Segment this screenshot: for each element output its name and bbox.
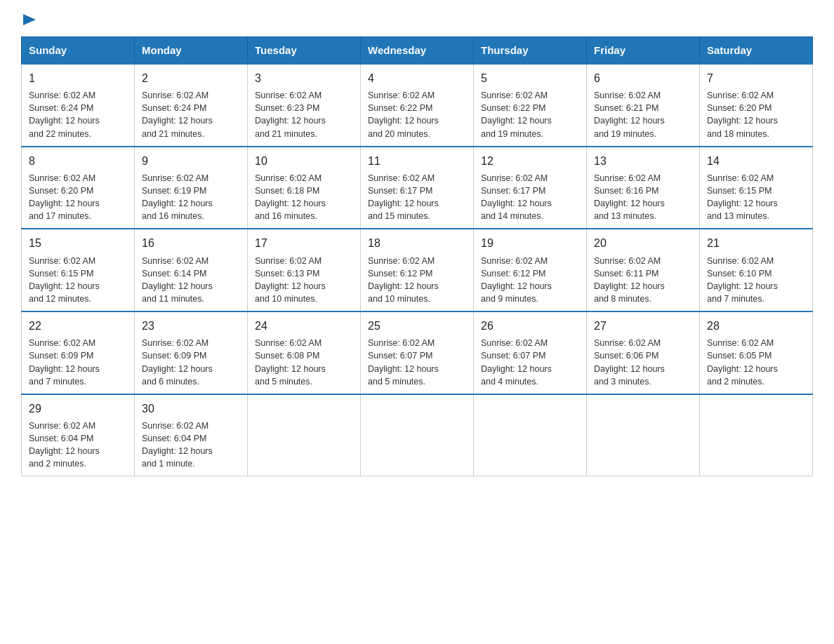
week-row-2: 8 Sunrise: 6:02 AMSunset: 6:20 PMDayligh…: [22, 147, 813, 229]
day-cell: 7 Sunrise: 6:02 AMSunset: 6:20 PMDayligh…: [700, 64, 813, 147]
day-number: 17: [255, 235, 353, 251]
day-info: Sunrise: 6:02 AMSunset: 6:15 PMDaylight:…: [707, 172, 805, 223]
day-number: 15: [29, 235, 127, 251]
logo: [21, 14, 36, 29]
day-number: 7: [707, 70, 805, 86]
day-info: Sunrise: 6:02 AMSunset: 6:09 PMDaylight:…: [142, 337, 240, 388]
day-number: 2: [142, 70, 240, 86]
day-number: 4: [368, 70, 466, 86]
day-info: Sunrise: 6:02 AMSunset: 6:19 PMDaylight:…: [142, 172, 240, 223]
day-info: Sunrise: 6:02 AMSunset: 6:16 PMDaylight:…: [594, 172, 692, 223]
day-number: 13: [594, 153, 692, 169]
day-number: 21: [707, 235, 805, 251]
day-cell: [361, 394, 474, 476]
week-row-5: 29 Sunrise: 6:02 AMSunset: 6:04 PMDaylig…: [22, 394, 813, 476]
day-number: 3: [255, 70, 353, 86]
day-info: Sunrise: 6:02 AMSunset: 6:17 PMDaylight:…: [368, 172, 466, 223]
header-tuesday: Tuesday: [248, 37, 361, 65]
day-cell: 21 Sunrise: 6:02 AMSunset: 6:10 PMDaylig…: [700, 229, 813, 311]
day-number: 18: [368, 235, 466, 251]
week-row-4: 22 Sunrise: 6:02 AMSunset: 6:09 PMDaylig…: [22, 311, 813, 394]
day-cell: 18 Sunrise: 6:02 AMSunset: 6:12 PMDaylig…: [361, 229, 474, 311]
day-number: 16: [142, 235, 240, 251]
day-number: 20: [594, 235, 692, 251]
day-info: Sunrise: 6:02 AMSunset: 6:05 PMDaylight:…: [707, 337, 805, 388]
day-info: Sunrise: 6:02 AMSunset: 6:23 PMDaylight:…: [255, 89, 353, 140]
day-info: Sunrise: 6:02 AMSunset: 6:15 PMDaylight:…: [29, 255, 127, 306]
day-info: Sunrise: 6:02 AMSunset: 6:22 PMDaylight:…: [368, 89, 466, 140]
day-number: 24: [255, 318, 353, 334]
day-info: Sunrise: 6:02 AMSunset: 6:04 PMDaylight:…: [142, 420, 240, 471]
day-info: Sunrise: 6:02 AMSunset: 6:21 PMDaylight:…: [594, 89, 692, 140]
day-cell: 27 Sunrise: 6:02 AMSunset: 6:06 PMDaylig…: [587, 311, 700, 394]
day-cell: [587, 394, 700, 476]
day-number: 8: [29, 153, 127, 169]
day-info: Sunrise: 6:02 AMSunset: 6:20 PMDaylight:…: [29, 172, 127, 223]
day-cell: 4 Sunrise: 6:02 AMSunset: 6:22 PMDayligh…: [361, 64, 474, 147]
day-cell: 26 Sunrise: 6:02 AMSunset: 6:07 PMDaylig…: [474, 311, 587, 394]
week-row-3: 15 Sunrise: 6:02 AMSunset: 6:15 PMDaylig…: [22, 229, 813, 311]
day-cell: 5 Sunrise: 6:02 AMSunset: 6:22 PMDayligh…: [474, 64, 587, 147]
day-cell: 6 Sunrise: 6:02 AMSunset: 6:21 PMDayligh…: [587, 64, 700, 147]
day-cell: 29 Sunrise: 6:02 AMSunset: 6:04 PMDaylig…: [22, 394, 135, 476]
day-number: 14: [707, 153, 805, 169]
day-number: 11: [368, 153, 466, 169]
header-friday: Friday: [587, 37, 700, 65]
day-number: 25: [368, 318, 466, 334]
day-cell: 16 Sunrise: 6:02 AMSunset: 6:14 PMDaylig…: [135, 229, 248, 311]
day-cell: 25 Sunrise: 6:02 AMSunset: 6:07 PMDaylig…: [361, 311, 474, 394]
header-wednesday: Wednesday: [361, 37, 474, 65]
day-cell: 19 Sunrise: 6:02 AMSunset: 6:12 PMDaylig…: [474, 229, 587, 311]
day-number: 22: [29, 318, 127, 334]
day-cell: 3 Sunrise: 6:02 AMSunset: 6:23 PMDayligh…: [248, 64, 361, 147]
day-cell: 23 Sunrise: 6:02 AMSunset: 6:09 PMDaylig…: [135, 311, 248, 394]
svg-marker-0: [23, 14, 36, 25]
day-info: Sunrise: 6:02 AMSunset: 6:20 PMDaylight:…: [707, 89, 805, 140]
day-cell: 9 Sunrise: 6:02 AMSunset: 6:19 PMDayligh…: [135, 147, 248, 229]
day-info: Sunrise: 6:02 AMSunset: 6:08 PMDaylight:…: [255, 337, 353, 388]
day-cell: 22 Sunrise: 6:02 AMSunset: 6:09 PMDaylig…: [22, 311, 135, 394]
day-cell: [474, 394, 587, 476]
day-info: Sunrise: 6:02 AMSunset: 6:17 PMDaylight:…: [481, 172, 579, 223]
header-sunday: Sunday: [22, 37, 135, 65]
day-number: 9: [142, 153, 240, 169]
day-number: 26: [481, 318, 579, 334]
day-cell: 1 Sunrise: 6:02 AMSunset: 6:24 PMDayligh…: [22, 64, 135, 147]
day-cell: 10 Sunrise: 6:02 AMSunset: 6:18 PMDaylig…: [248, 147, 361, 229]
day-cell: 28 Sunrise: 6:02 AMSunset: 6:05 PMDaylig…: [700, 311, 813, 394]
day-info: Sunrise: 6:02 AMSunset: 6:07 PMDaylight:…: [368, 337, 466, 388]
day-cell: [248, 394, 361, 476]
day-number: 1: [29, 70, 127, 86]
day-number: 19: [481, 235, 579, 251]
day-number: 5: [481, 70, 579, 86]
day-cell: 13 Sunrise: 6:02 AMSunset: 6:16 PMDaylig…: [587, 147, 700, 229]
day-info: Sunrise: 6:02 AMSunset: 6:13 PMDaylight:…: [255, 255, 353, 306]
day-cell: 24 Sunrise: 6:02 AMSunset: 6:08 PMDaylig…: [248, 311, 361, 394]
day-cell: 11 Sunrise: 6:02 AMSunset: 6:17 PMDaylig…: [361, 147, 474, 229]
day-number: 30: [142, 401, 240, 417]
day-info: Sunrise: 6:02 AMSunset: 6:24 PMDaylight:…: [29, 89, 127, 140]
page-header: [21, 14, 813, 29]
header-thursday: Thursday: [474, 37, 587, 65]
day-info: Sunrise: 6:02 AMSunset: 6:06 PMDaylight:…: [594, 337, 692, 388]
day-number: 12: [481, 153, 579, 169]
day-number: 6: [594, 70, 692, 86]
day-cell: 2 Sunrise: 6:02 AMSunset: 6:24 PMDayligh…: [135, 64, 248, 147]
day-info: Sunrise: 6:02 AMSunset: 6:24 PMDaylight:…: [142, 89, 240, 140]
day-number: 23: [142, 318, 240, 334]
day-info: Sunrise: 6:02 AMSunset: 6:14 PMDaylight:…: [142, 255, 240, 306]
day-cell: 12 Sunrise: 6:02 AMSunset: 6:17 PMDaylig…: [474, 147, 587, 229]
day-info: Sunrise: 6:02 AMSunset: 6:09 PMDaylight:…: [29, 337, 127, 388]
day-info: Sunrise: 6:02 AMSunset: 6:12 PMDaylight:…: [368, 255, 466, 306]
day-info: Sunrise: 6:02 AMSunset: 6:07 PMDaylight:…: [481, 337, 579, 388]
day-number: 27: [594, 318, 692, 334]
header-row: SundayMondayTuesdayWednesdayThursdayFrid…: [22, 37, 813, 65]
day-cell: 14 Sunrise: 6:02 AMSunset: 6:15 PMDaylig…: [700, 147, 813, 229]
day-cell: 15 Sunrise: 6:02 AMSunset: 6:15 PMDaylig…: [22, 229, 135, 311]
day-number: 28: [707, 318, 805, 334]
calendar-table: SundayMondayTuesdayWednesdayThursdayFrid…: [21, 36, 813, 476]
logo-triangle-icon: [23, 14, 36, 27]
day-cell: 17 Sunrise: 6:02 AMSunset: 6:13 PMDaylig…: [248, 229, 361, 311]
day-info: Sunrise: 6:02 AMSunset: 6:12 PMDaylight:…: [481, 255, 579, 306]
day-cell: 8 Sunrise: 6:02 AMSunset: 6:20 PMDayligh…: [22, 147, 135, 229]
